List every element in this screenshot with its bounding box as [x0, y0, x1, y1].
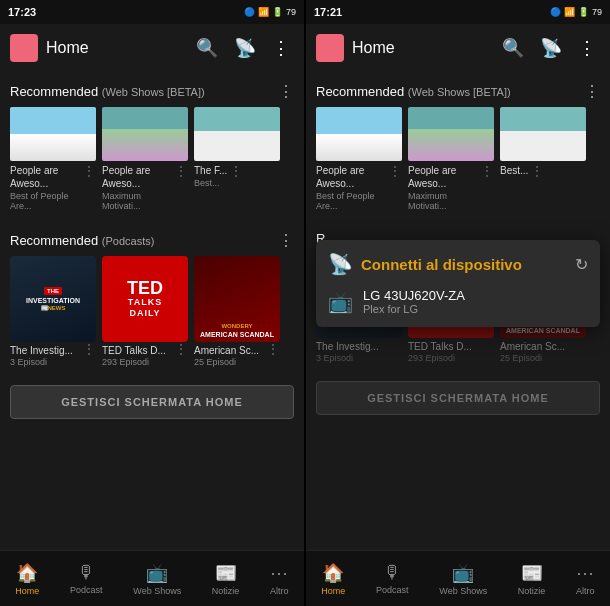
screen-right: 17:21 🔵 📶 🔋 79 Home 🔍 📡 ⋮ Recommended (W…	[306, 0, 610, 606]
podcasts-row: THE INVESTIGATION 📰NEWS The Investig... …	[0, 256, 304, 377]
section-web-shows-subtitle-r: (Web Shows [BETA])	[408, 86, 511, 98]
thumb-dot-r1[interactable]: ⋮	[388, 164, 402, 178]
nav-home-label-right: Home	[321, 586, 345, 596]
list-item[interactable]: TED TALKS DAILY TED Talks D... 293 Episo…	[102, 256, 188, 367]
thumb-sub-2: Maximum Motivati...	[102, 191, 172, 211]
nav-webshows-right[interactable]: 📺 Web Shows	[431, 558, 495, 600]
thumb-dot-r2[interactable]: ⋮	[480, 164, 494, 178]
podcast-dot-3[interactable]: ⋮	[266, 342, 280, 356]
news-label: 📰NEWS	[41, 304, 66, 311]
thumb-sub-r1: Best of People Are...	[316, 191, 386, 211]
list-item[interactable]: Best... ⋮	[500, 107, 586, 211]
video-thumb-r2	[408, 107, 494, 161]
nav-news-left[interactable]: 📰 Notizie	[204, 558, 248, 600]
list-item[interactable]: People are Aweso... Maximum Motivati... …	[408, 107, 494, 211]
thumb-sub-3: Best...	[194, 178, 227, 188]
search-icon-left[interactable]: 🔍	[192, 33, 222, 63]
list-item[interactable]: People are Aweso... Best of People Are..…	[316, 107, 402, 211]
daily-label: DAILY	[127, 308, 163, 319]
nav-home-left[interactable]: 🏠 Home	[7, 558, 47, 600]
podcast-info-1: The Investig... 3 Episodi ⋮	[10, 342, 96, 367]
thumb-dot-2[interactable]: ⋮	[174, 164, 188, 178]
thumb-dot-3[interactable]: ⋮	[229, 164, 243, 178]
cast-device[interactable]: 📺 LG 43UJ620V-ZA Plex for LG	[328, 288, 588, 315]
thumb-dot-r3[interactable]: ⋮	[530, 164, 544, 178]
thumb-info-r3: Best... ⋮	[500, 164, 586, 178]
manage-home-button-left[interactable]: GESTISCI SCHERMATA HOME	[10, 385, 294, 419]
nav-more-left[interactable]: ⋯ Altro	[262, 558, 297, 600]
status-bar-left: 17:23 🔵 📶 🔋 79	[0, 0, 304, 24]
ted-big: TED	[127, 279, 163, 297]
thumb-title-r1: People are Aweso...	[316, 164, 386, 190]
section-podcasts-more[interactable]: ⋮	[278, 231, 294, 250]
podcast-title-r1: The Investig...	[316, 341, 402, 352]
podcast-info-r1: The Investig... 3 Episodi	[316, 338, 402, 363]
nav-home-right[interactable]: 🏠 Home	[313, 558, 353, 600]
podcast-sub-2: 293 Episodi	[102, 357, 172, 367]
section-web-shows-header: Recommended (Web Shows [BETA]) ⋮	[0, 72, 304, 107]
nav-podcast-right[interactable]: 🎙 Podcast	[368, 558, 417, 599]
more-icon-right[interactable]: ⋮	[574, 33, 600, 63]
section-podcasts-title: Recommended (Podcasts)	[10, 233, 278, 248]
webshows-icon-left: 📺	[146, 562, 168, 584]
nav-news-right[interactable]: 📰 Notizie	[510, 558, 554, 600]
thumb-text-r1: People are Aweso... Best of People Are..…	[316, 164, 386, 211]
more-icon-left[interactable]: ⋮	[268, 33, 294, 63]
podcast-sub-3: 25 Episodi	[194, 357, 264, 367]
thumb-sub-r2: Maximum Motivati...	[408, 191, 478, 211]
thumb-text-r3: Best...	[500, 164, 528, 178]
more-nav-icon-right: ⋯	[576, 562, 594, 584]
podcast-info-r3: American Sc... 25 Episodi	[500, 338, 586, 363]
cast-icon-left[interactable]: 📡	[230, 33, 260, 63]
video-thumb-2	[102, 107, 188, 161]
podcast-dot-2[interactable]: ⋮	[174, 342, 188, 356]
section-web-shows-more[interactable]: ⋮	[278, 82, 294, 101]
podcast-text-3: American Sc... 25 Episodi	[194, 342, 264, 367]
cast-device-name: LG 43UJ620V-ZA	[363, 288, 465, 303]
cast-overlay: 📡 Connetti al dispositivo ↻ 📺 LG 43UJ620…	[316, 240, 600, 327]
thumb-text-1: People are Aweso... Best of People Are..…	[10, 164, 80, 211]
video-thumb-r3	[500, 107, 586, 161]
talks-label: TALKS	[127, 297, 163, 308]
web-shows-row: People are Aweso... Best of People Are..…	[0, 107, 304, 221]
scandal-r: AMERICAN SCANDAL	[506, 327, 580, 334]
snow-scene-r3	[500, 107, 586, 161]
search-icon-right[interactable]: 🔍	[498, 33, 528, 63]
podcast-title-3: American Sc...	[194, 345, 264, 356]
nav-podcast-left[interactable]: 🎙 Podcast	[62, 558, 111, 599]
status-bar-right: 17:21 🔵 📶 🔋 79	[306, 0, 610, 24]
list-item[interactable]: People are Aweso... Maximum Motivati... …	[102, 107, 188, 211]
ted-content: TED TALKS DAILY	[123, 275, 167, 323]
thumb-title-3: The F...	[194, 164, 227, 177]
manage-home-button-right[interactable]: GESTISCI SCHERMATA HOME	[316, 381, 600, 415]
nav-webshows-label-right: Web Shows	[439, 586, 487, 596]
cast-refresh-icon[interactable]: ↻	[575, 255, 588, 274]
nav-more-right[interactable]: ⋯ Altro	[568, 558, 603, 600]
list-item[interactable]: People are Aweso... Best of People Are..…	[10, 107, 96, 211]
battery-level: 79	[286, 7, 296, 17]
podcast-dot-1[interactable]: ⋮	[82, 342, 96, 356]
nav-webshows-left[interactable]: 📺 Web Shows	[125, 558, 189, 600]
list-item[interactable]: WONDERY AMERICAN SCANDAL American Sc... …	[194, 256, 280, 367]
more-nav-icon-left: ⋯	[270, 562, 288, 584]
nav-home-label-left: Home	[15, 586, 39, 596]
podcast-info-2: TED Talks D... 293 Episodi ⋮	[102, 342, 188, 367]
page-title-left: Home	[46, 39, 184, 57]
nav-podcast-label-right: Podcast	[376, 585, 409, 595]
thumb-info-1: People are Aweso... Best of People Are..…	[10, 164, 96, 211]
list-item[interactable]: THE INVESTIGATION 📰NEWS The Investig... …	[10, 256, 96, 367]
bottom-nav-right: 🏠 Home 🎙 Podcast 📺 Web Shows 📰 Notizie ⋯…	[306, 550, 610, 606]
list-item[interactable]: The F... Best... ⋮	[194, 107, 280, 211]
podcast-sub-r1: 3 Episodi	[316, 353, 402, 363]
web-shows-row-r: People are Aweso... Best of People Are..…	[306, 107, 610, 221]
podcast-info-r2: TED Talks D... 293 Episodi	[408, 338, 494, 363]
avatar-right	[316, 34, 344, 62]
section-web-shows-more-r[interactable]: ⋮	[584, 82, 600, 101]
thumb-text-r2: People are Aweso... Maximum Motivati...	[408, 164, 478, 211]
thumb-dot-1[interactable]: ⋮	[82, 164, 96, 178]
cast-icon-right[interactable]: 📡	[536, 33, 566, 63]
podcast-title-2: TED Talks D...	[102, 345, 172, 356]
video-thumb-r1	[316, 107, 402, 161]
podcast-sub-r3: 25 Episodi	[500, 353, 586, 363]
battery-icon: 🔋	[272, 7, 283, 17]
